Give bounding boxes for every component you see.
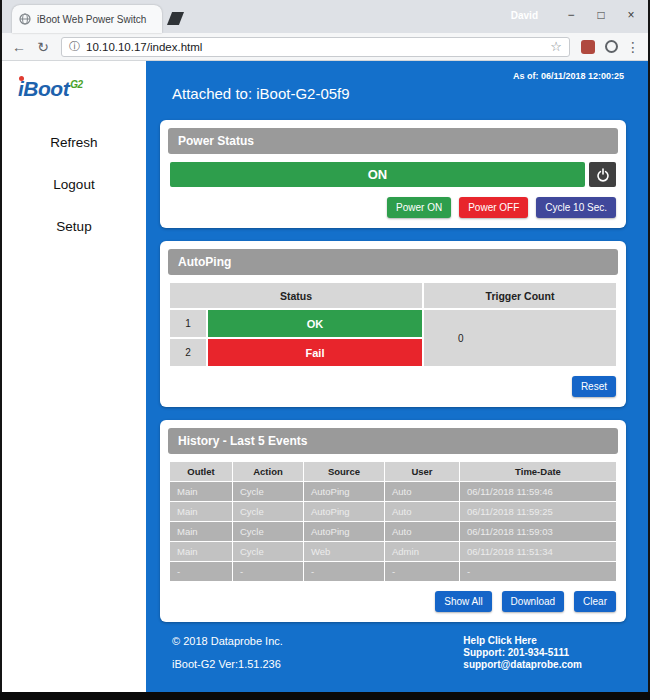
history-col-header: Outlet — [170, 462, 232, 481]
window-controls: David − □ × — [511, 2, 646, 28]
logo-badge: G2 — [70, 79, 82, 90]
footer-right: Help Click Here Support: 201-934-5111 su… — [463, 635, 582, 671]
history-card: History - Last 5 Events Outlet Action So… — [160, 420, 626, 622]
settings-icon[interactable] — [605, 40, 618, 53]
support-phone: Support: 201-934-5111 — [463, 647, 582, 659]
power-buttons: Power ON Power OFF Cycle 10 Sec. — [168, 197, 616, 218]
sidebar: iBootG2 Refresh Logout Setup — [2, 61, 146, 692]
history-cell: - — [304, 562, 384, 581]
autoping-card: AutoPing Status Trigger Count 1 OK 0 2 F… — [160, 241, 626, 407]
maximize-icon[interactable]: □ — [586, 2, 616, 28]
tab-favicon-icon — [19, 13, 31, 25]
autoping-row-index: 1 — [170, 310, 206, 337]
history-cell: 06/11/2018 11:59:25 — [460, 502, 616, 521]
bookmark-star-icon[interactable]: ☆ — [550, 39, 562, 54]
autoping-row-index: 2 — [170, 339, 206, 366]
power-off-button[interactable]: Power OFF — [459, 197, 528, 218]
autoping-table: Status Trigger Count 1 OK 0 2 Fail — [170, 283, 616, 366]
power-status-header: Power Status — [168, 128, 618, 154]
iboot-logo: iBootG2 — [18, 77, 146, 101]
close-icon[interactable]: × — [616, 2, 646, 28]
menu-icon[interactable]: ⋮ — [625, 39, 641, 55]
history-cell: Cycle — [233, 542, 303, 561]
reload-icon[interactable]: ↻ — [33, 39, 53, 55]
new-tab-button[interactable] — [167, 12, 184, 25]
trigger-count-value: 0 — [424, 310, 616, 366]
titlebar: iBoot Web Power Switch David − □ × — [2, 0, 648, 33]
history-cell: 06/11/2018 11:59:03 — [460, 522, 616, 541]
history-col-header: Time-Date — [460, 462, 616, 481]
history-col-header: Action — [233, 462, 303, 481]
browser-window: iBoot Web Power Switch David − □ × ← ↻ ⓘ… — [0, 0, 650, 700]
autoping-status-fail: Fail — [208, 339, 422, 366]
window-body: iBoot Web Power Switch David − □ × ← ↻ ⓘ… — [0, 0, 650, 692]
url-text[interactable]: 10.10.10.17/index.html — [86, 41, 544, 53]
help-link[interactable]: Help Click Here — [463, 635, 582, 647]
logo-red-dot — [19, 76, 24, 81]
extension-icon[interactable] — [581, 40, 595, 54]
copyright-text: © 2018 Dataprobe Inc. — [172, 635, 283, 647]
autoping-actions: Reset — [168, 376, 616, 397]
power-status-card: Power Status ON Power ON Power OFF — [160, 120, 626, 228]
window-bottom-edge — [0, 692, 650, 700]
cycle-button[interactable]: Cycle 10 Sec. — [536, 197, 616, 218]
back-icon[interactable]: ← — [9, 39, 29, 55]
history-table: Outlet Action Source User Time-Date Main… — [170, 462, 616, 581]
profile-name: David — [511, 10, 538, 21]
browser-toolbar: ← ↻ ⓘ 10.10.10.17/index.html ☆ ⋮ — [2, 33, 648, 61]
show-all-button[interactable]: Show All — [435, 591, 491, 612]
clear-button[interactable]: Clear — [574, 591, 616, 612]
history-cell: Auto — [385, 482, 459, 501]
history-cell: 06/11/2018 11:51:34 — [460, 542, 616, 561]
history-cell: - — [233, 562, 303, 581]
history-cell: Main — [170, 482, 232, 501]
sidebar-item-refresh[interactable]: Refresh — [2, 135, 146, 150]
autoping-col-status: Status — [170, 283, 422, 308]
power-state-indicator: ON — [170, 162, 585, 187]
history-cell: AutoPing — [304, 502, 384, 521]
autoping-status-ok: OK — [208, 310, 422, 337]
history-cell: Cycle — [233, 522, 303, 541]
history-cell: Cycle — [233, 482, 303, 501]
power-toggle-button[interactable] — [589, 162, 616, 187]
download-button[interactable]: Download — [502, 591, 564, 612]
main-area: As of: 06/11/2018 12:00:25 Attached to: … — [146, 61, 648, 692]
logo-text: iBoot — [18, 77, 69, 100]
history-col-header: User — [385, 462, 459, 481]
history-cell: Main — [170, 542, 232, 561]
power-icon — [596, 168, 610, 182]
autoping-header: AutoPing — [168, 249, 618, 275]
as-of-timestamp: As of: 06/11/2018 12:00:25 — [513, 71, 624, 81]
footer-left: © 2018 Dataprobe Inc. iBoot-G2 Ver:1.51.… — [172, 635, 283, 671]
history-cell: AutoPing — [304, 482, 384, 501]
history-cell: AutoPing — [304, 522, 384, 541]
sidebar-item-logout[interactable]: Logout — [2, 177, 146, 192]
history-cell: Main — [170, 502, 232, 521]
history-cell: 06/11/2018 11:59:46 — [460, 482, 616, 501]
history-cell: - — [460, 562, 616, 581]
history-cell: - — [385, 562, 459, 581]
history-cell: Admin — [385, 542, 459, 561]
page-footer: © 2018 Dataprobe Inc. iBoot-G2 Ver:1.51.… — [160, 635, 626, 692]
version-text: iBoot-G2 Ver:1.51.236 — [172, 658, 283, 670]
tab-title: iBoot Web Power Switch — [37, 14, 155, 25]
history-cell: Main — [170, 522, 232, 541]
page-info-icon[interactable]: ⓘ — [69, 39, 80, 54]
minimize-icon[interactable]: − — [556, 2, 586, 28]
sidebar-item-setup[interactable]: Setup — [2, 219, 146, 234]
history-actions: Show All Download Clear — [168, 591, 616, 612]
history-header: History - Last 5 Events — [168, 428, 618, 454]
address-bar[interactable]: ⓘ 10.10.10.17/index.html ☆ — [61, 37, 570, 57]
history-cell: Cycle — [233, 502, 303, 521]
page-title: Attached to: iBoot-G2-05f9 — [172, 85, 626, 102]
support-email[interactable]: support@dataprobe.com — [463, 659, 582, 671]
power-on-button[interactable]: Power ON — [387, 197, 451, 218]
history-cell: Web — [304, 542, 384, 561]
history-cell: Auto — [385, 522, 459, 541]
history-cell: - — [170, 562, 232, 581]
browser-tab[interactable]: iBoot Web Power Switch — [12, 5, 162, 33]
autoping-col-trigger: Trigger Count — [424, 283, 616, 308]
history-col-header: Source — [304, 462, 384, 481]
history-cell: Auto — [385, 502, 459, 521]
reset-button[interactable]: Reset — [572, 376, 616, 397]
